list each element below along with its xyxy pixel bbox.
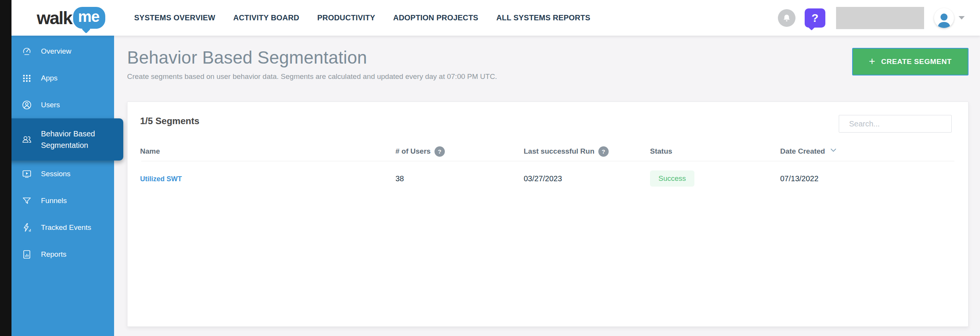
account-menu-caret-icon[interactable] xyxy=(959,16,965,20)
bell-icon xyxy=(782,13,792,23)
column-header-last-run: Last successful Run ? xyxy=(524,146,650,157)
page-title: Behavior Based Segmentation xyxy=(127,47,969,68)
nav-all-systems-reports[interactable]: ALL SYSTEMS REPORTS xyxy=(496,13,590,22)
sidebar-item-sessions[interactable]: Sessions xyxy=(11,161,114,187)
top-nav: SYSTEMS OVERVIEW ACTIVITY BOARD PRODUCTI… xyxy=(134,13,591,22)
page-head: Behavior Based Segmentation Create segme… xyxy=(114,36,980,81)
segment-users-count: 38 xyxy=(395,174,524,183)
create-segment-label: CREATE SEGMENT xyxy=(881,57,952,66)
segment-name-link[interactable]: Utilized SWT xyxy=(140,175,182,183)
account-name-redacted xyxy=(836,7,924,29)
sidebar-item-label: Behavior Based Segmentation xyxy=(41,128,123,151)
sidebar-item-users[interactable]: Users xyxy=(11,92,114,118)
user-avatar[interactable] xyxy=(934,8,954,28)
last-run-help-icon[interactable]: ? xyxy=(598,146,609,157)
search-input[interactable] xyxy=(849,120,951,128)
plus-icon: + xyxy=(869,55,875,67)
user-circle-icon xyxy=(21,100,32,110)
segment-date-created: 07/13/2022 xyxy=(780,174,954,183)
search-box[interactable] xyxy=(839,115,952,133)
sidebar-item-reports[interactable]: Reports xyxy=(11,241,114,268)
sidebar-item-funnels[interactable]: Funnels xyxy=(11,187,114,214)
sidebar-item-label: Funnels xyxy=(41,197,67,205)
sidebar-item-apps[interactable]: Apps xyxy=(11,65,114,92)
left-black-strip xyxy=(0,0,11,336)
sidebar-item-label: Tracked Events xyxy=(41,223,91,232)
question-mark-icon: ? xyxy=(812,11,818,25)
header-right-controls: ? xyxy=(778,7,965,29)
monitor-play-icon xyxy=(21,169,32,179)
top-header: walk me SYSTEMS OVERVIEW ACTIVITY BOARD … xyxy=(11,0,980,36)
main-content: Behavior Based Segmentation Create segme… xyxy=(114,36,980,336)
nav-activity-board[interactable]: ACTIVITY BOARD xyxy=(233,13,299,22)
page-subtitle: Create segments based on user behavior d… xyxy=(127,72,969,81)
sidebar-item-behavior-based-segmentation[interactable]: Behavior Based Segmentation xyxy=(2,118,123,161)
gauge-icon xyxy=(21,46,32,57)
sidebar-item-label: Reports xyxy=(41,250,67,259)
table-header-row: Name # of Users ? Last successful Run ? … xyxy=(127,142,968,161)
segments-table: Name # of Users ? Last successful Run ? … xyxy=(127,142,968,196)
segments-card: 1/5 Segments Name # of Users ? Last succ… xyxy=(127,102,969,327)
sidebar-item-label: Overview xyxy=(41,47,71,56)
status-badge: Success xyxy=(650,170,694,187)
column-header-status: Status xyxy=(650,147,780,156)
column-header-users: # of Users ? xyxy=(395,146,524,157)
sidebar-item-overview[interactable]: Overview xyxy=(11,38,114,65)
sidebar-item-label: Sessions xyxy=(41,170,70,178)
nav-adoption-projects[interactable]: ADOPTION PROJECTS xyxy=(393,13,478,22)
column-header-date-created[interactable]: Date Created xyxy=(780,147,954,156)
people-icon xyxy=(21,134,32,145)
walkme-logo[interactable]: walk me xyxy=(37,7,105,29)
sidebar: Overview Apps Users Behavior Based Segme… xyxy=(11,36,114,336)
lightning-icon xyxy=(21,222,32,233)
logo-walk-text: walk xyxy=(37,8,72,28)
table-row[interactable]: Utilized SWT 38 03/27/2023 Success 07/13… xyxy=(127,161,968,196)
person-silhouette-icon xyxy=(935,11,953,28)
logo-me-bubble: me xyxy=(73,7,105,29)
apps-grid-icon xyxy=(21,73,32,84)
nav-systems-overview[interactable]: SYSTEMS OVERVIEW xyxy=(134,13,216,22)
column-header-name: Name xyxy=(140,147,395,156)
sort-chevron-icon[interactable] xyxy=(830,148,836,152)
users-help-icon[interactable]: ? xyxy=(434,146,445,157)
notifications-bell-button[interactable] xyxy=(778,9,795,27)
funnel-icon xyxy=(21,195,32,206)
sidebar-item-label: Apps xyxy=(41,74,57,82)
segment-last-run: 03/27/2023 xyxy=(524,174,650,183)
sidebar-item-label: Users xyxy=(41,101,60,109)
nav-productivity[interactable]: PRODUCTIVITY xyxy=(317,13,375,22)
report-doc-icon xyxy=(21,249,32,260)
create-segment-button[interactable]: + CREATE SEGMENT xyxy=(852,48,969,75)
help-button[interactable]: ? xyxy=(805,8,825,28)
sidebar-item-tracked-events[interactable]: Tracked Events xyxy=(11,214,114,241)
